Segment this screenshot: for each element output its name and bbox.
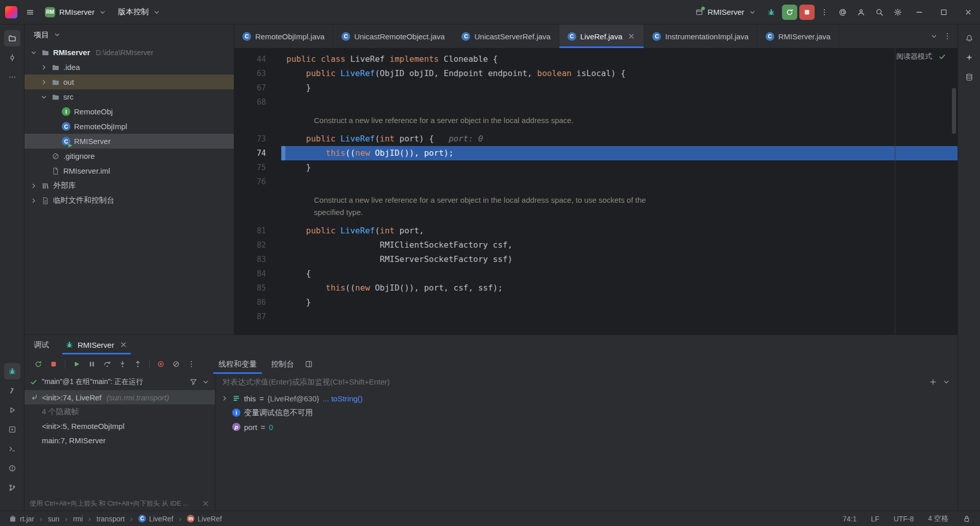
stack-frame[interactable]: 4 个隐藏帧 xyxy=(24,404,215,419)
commit-icon[interactable] xyxy=(4,50,20,66)
expand-chevron-icon[interactable] xyxy=(30,182,38,190)
close-button[interactable] xyxy=(957,0,980,25)
debug-session-tab[interactable]: RMIServer xyxy=(60,335,133,354)
filter-frames-icon[interactable] xyxy=(189,378,198,386)
line-number[interactable]: 85 xyxy=(234,281,281,295)
code-line-83[interactable]: 83 RMIServerSocketFactory ssf) xyxy=(234,252,958,267)
status-line-separator[interactable]: LF xyxy=(871,515,879,523)
code-with-me-icon[interactable] xyxy=(834,4,851,21)
tree-item-rmiserver-iml[interactable]: RMIserver.iml xyxy=(24,163,234,178)
breadcrumb-rmi[interactable]: rmi xyxy=(71,515,84,523)
code-line-68[interactable]: 68 xyxy=(234,95,958,109)
layout-settings-icon[interactable] xyxy=(302,357,316,371)
variable-row[interactable]: i变量调试信息不可用 xyxy=(215,405,958,420)
close-hint-icon[interactable] xyxy=(202,499,210,508)
code-line-67[interactable]: 67 } xyxy=(234,81,958,95)
line-number[interactable]: 44 xyxy=(234,52,281,66)
inspections-ok-icon[interactable] xyxy=(938,53,946,61)
breadcrumb-rt-jar[interactable]: rt.jar xyxy=(7,515,36,523)
status-encoding[interactable]: UTF-8 xyxy=(894,515,914,523)
code-line-82[interactable]: 82 RMIClientSocketFactory csf, xyxy=(234,238,958,252)
chevron-down-icon[interactable] xyxy=(202,378,210,386)
project-icon[interactable] xyxy=(4,30,20,46)
profile-icon[interactable] xyxy=(852,4,870,21)
variable-row[interactable]: this = {LiveRef@630} ... toString() xyxy=(215,391,958,405)
breadcrumb-transport[interactable]: transport xyxy=(95,515,126,523)
ai-assistant-icon[interactable] xyxy=(961,50,977,66)
evaluate-expression-input[interactable]: 对表达式求值(Enter)或添加监视(Ctrl+Shift+Enter) xyxy=(215,374,958,390)
thread-selector[interactable]: "main"@1 在组"main": 正在运行 xyxy=(24,374,215,390)
tab-unicastserverref-java[interactable]: CUnicastServerRef.java xyxy=(453,25,559,48)
tostring-link[interactable]: ... toString() xyxy=(323,394,362,403)
build-icon[interactable] xyxy=(4,382,20,399)
minimize-button[interactable] xyxy=(908,0,931,25)
code-line-85[interactable]: 85 this((new ObjID()), port, csf, ssf); xyxy=(234,281,958,295)
line-number[interactable]: 82 xyxy=(234,238,281,252)
database-icon[interactable] xyxy=(961,69,977,85)
line-number[interactable]: 87 xyxy=(234,309,281,324)
line-number[interactable]: 81 xyxy=(234,224,281,238)
expand-chevron-icon[interactable] xyxy=(30,197,38,205)
vcs-widget[interactable]: 版本控制 xyxy=(113,4,166,21)
run-icon[interactable] xyxy=(4,402,20,418)
breadcrumb-liveref[interactable]: mLiveRef xyxy=(185,515,223,523)
debug-icon[interactable] xyxy=(4,363,20,379)
services-icon[interactable] xyxy=(4,421,20,438)
terminal-icon[interactable] xyxy=(4,441,20,457)
more-tool-windows-icon[interactable] xyxy=(4,69,20,85)
search-icon[interactable] xyxy=(871,4,888,21)
rerun-icon[interactable] xyxy=(31,357,45,371)
tree-item-src[interactable]: src xyxy=(24,89,234,104)
tab-unicastremoteobject-java[interactable]: CUnicastRemoteObject.java xyxy=(333,25,454,48)
close-tab-icon[interactable] xyxy=(627,32,635,40)
stop-button[interactable] xyxy=(799,5,815,20)
problems-icon[interactable] xyxy=(4,460,20,476)
rerun-button[interactable] xyxy=(782,5,797,20)
stop-icon[interactable] xyxy=(46,357,61,371)
tree-item-out[interactable]: out xyxy=(24,75,234,89)
code-line-75[interactable]: 75 } xyxy=(234,160,958,175)
tree-item--idea[interactable]: .idea xyxy=(24,60,234,75)
line-number[interactable]: 86 xyxy=(234,295,281,309)
pause-icon[interactable] xyxy=(85,357,99,371)
more-actions-icon[interactable] xyxy=(816,4,833,21)
step-over-icon[interactable] xyxy=(100,357,114,371)
status-indent[interactable]: 4 空格 xyxy=(928,514,948,523)
run-config-selector[interactable]: RMIServer xyxy=(690,4,762,21)
tree-item--gitignore[interactable]: .gitignore xyxy=(24,149,234,163)
tab-rmiserver-java[interactable]: CRMIServer.java xyxy=(757,25,840,48)
line-number[interactable]: 83 xyxy=(234,252,281,267)
collapse-chevron-icon[interactable] xyxy=(40,93,48,101)
expand-chevron-icon[interactable] xyxy=(220,394,229,402)
debug-tab-线程和变量[interactable]: 线程和变量 xyxy=(211,354,264,374)
notifications-icon[interactable] xyxy=(961,30,977,46)
tree-item-remoteobj[interactable]: IRemoteObj xyxy=(24,104,234,119)
code-line-63[interactable]: 63 public LiveRef(ObjID objID, Endpoint … xyxy=(234,66,958,81)
line-number[interactable]: 76 xyxy=(234,175,281,189)
close-session-icon[interactable] xyxy=(119,341,128,349)
reader-mode-label[interactable]: 阅读器模式 xyxy=(896,52,932,61)
code-line-44[interactable]: 44public class LiveRef implements Clonea… xyxy=(234,52,958,66)
stack-frame[interactable]: <init>:5, RemoteObjImpl xyxy=(24,419,215,433)
breadcrumb-sun[interactable]: sun xyxy=(46,515,61,523)
step-out-icon[interactable] xyxy=(131,357,145,371)
tree-item-rmiserver[interactable]: CRMIServer xyxy=(24,134,234,149)
expand-chevron-icon[interactable] xyxy=(40,78,48,86)
line-number[interactable]: 63 xyxy=(234,66,281,81)
tree-item-rmiserver[interactable]: RMIserverD:\idea\RMIserver xyxy=(24,45,234,60)
tree-item-remoteobjimpl[interactable]: CRemoteObjImpl xyxy=(24,119,234,134)
line-number[interactable]: 75 xyxy=(234,160,281,175)
tree-item-外部库[interactable]: 外部库 xyxy=(24,178,234,193)
breadcrumb-liveref[interactable]: CLiveRef xyxy=(137,515,175,523)
tab-liveref-java[interactable]: CLiveRef.java xyxy=(559,25,645,48)
expand-chevron-icon[interactable] xyxy=(40,63,48,71)
line-number[interactable]: 84 xyxy=(234,267,281,281)
stack-frame[interactable]: <init>:74, LiveRef(sun.rmi.transport) xyxy=(24,390,215,404)
code-line-86[interactable]: 86 } xyxy=(234,295,958,309)
line-number[interactable]: 74 xyxy=(234,146,281,160)
step-into-icon[interactable] xyxy=(115,357,130,371)
chevron-down-icon[interactable] xyxy=(942,378,950,386)
status-caret-position[interactable]: 74:1 xyxy=(843,515,856,523)
tree-item-临时文件和控制台[interactable]: 临时文件和控制台 xyxy=(24,193,234,208)
readonly-lock-icon[interactable] xyxy=(963,515,971,523)
